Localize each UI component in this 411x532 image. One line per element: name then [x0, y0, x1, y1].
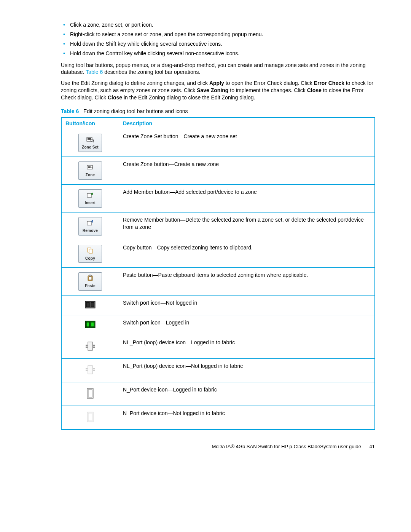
bullet-item: Click a zone, zone set, or port icon.: [61, 21, 375, 29]
close-label: Close: [108, 94, 122, 101]
paste-icon: [79, 274, 102, 282]
table-row: Zone Create Zone button—Create a new zon…: [61, 157, 375, 184]
desc-cell: Create Zone button—Create a new zone: [119, 157, 375, 184]
zone-set-button[interactable]: Zone Set: [78, 134, 102, 152]
table-row: Paste Paste button—Paste clipboard items…: [61, 268, 375, 296]
table-row: N_Port device icon—Not logged in to fabr…: [61, 406, 375, 429]
copy-icon: [79, 247, 102, 254]
bullet-list: Click a zone, zone set, or port icon. Ri…: [61, 21, 375, 57]
bullet-item: Right-click to select a zone set or zone…: [61, 31, 375, 38]
remove-button[interactable]: Remove: [78, 217, 102, 235]
svg-rect-27: [93, 347, 95, 348]
table-row: NL_Port (loop) device icon—Logged in to …: [61, 335, 375, 359]
col-description: Description: [119, 118, 375, 129]
svg-rect-15: [89, 275, 91, 276]
svg-rect-6: [88, 166, 91, 167]
table-title: Edit zoning dialog tool bar buttons and …: [83, 108, 188, 114]
svg-rect-7: [88, 167, 91, 168]
svg-rect-16: [89, 277, 92, 280]
paste-button[interactable]: Paste: [78, 272, 102, 291]
svg-rect-21: [86, 322, 89, 327]
svg-rect-19: [91, 302, 94, 307]
table-row: Zone Set Create Zone Set button—Create a…: [61, 129, 375, 157]
desc-cell: Copy button—Copy selected zoning items t…: [119, 240, 375, 268]
svg-rect-22: [91, 322, 94, 327]
desc-cell: Switch port icon—Logged in: [119, 315, 375, 335]
col-button-icon: Button/Icon: [61, 118, 119, 129]
table-row: NL_Port (loop) device icon—Not logged in…: [61, 359, 375, 382]
zone-button[interactable]: Zone: [78, 161, 102, 180]
btn-label: Remove: [83, 228, 98, 233]
text: Use the Edit Zoning dialog to define zon…: [61, 80, 209, 86]
desc-cell: Switch port icon—Not logged in: [119, 296, 375, 315]
footer-doc-title: McDATA® 4Gb SAN Switch for HP p-Class Bl…: [212, 444, 361, 449]
desc-cell: Paste button—Paste clipboard items to se…: [119, 268, 375, 296]
desc-cell: N_Port device icon—Not logged in to fabr…: [119, 406, 375, 429]
svg-rect-25: [86, 347, 88, 348]
text: to open the Error Check dialog. Click: [224, 80, 314, 86]
table-header-row: Button/Icon Description: [61, 118, 375, 129]
svg-rect-26: [93, 345, 95, 346]
insert-button[interactable]: Insert: [78, 189, 102, 208]
close-label: Close: [307, 87, 322, 93]
save-zoning-label: Save Zoning: [197, 87, 228, 93]
page-footer: McDATA® 4Gb SAN Switch for HP p-Class Bl…: [61, 444, 375, 449]
remove-icon: [79, 219, 102, 227]
text: in the Edit Zoning dialog to close the E…: [122, 94, 255, 101]
desc-cell: Create Zone Set button—Create a new zone…: [119, 129, 375, 157]
table-row: Insert Add Member button—Add selected po…: [61, 184, 375, 212]
text: describes the zoning tool bar operations…: [103, 69, 200, 75]
table-row: N_Port device icon—Logged in to fabric: [61, 382, 375, 406]
table-row: Copy Copy button—Copy selected zoning it…: [61, 240, 375, 268]
desc-cell: Remove Member button—Delete the selected…: [119, 212, 375, 240]
paragraph-toolbar-intro: Using tool bar buttons, popup menus, or …: [61, 62, 375, 76]
zone-set-icon: [79, 136, 102, 143]
table-6-link[interactable]: Table 6: [86, 69, 103, 75]
svg-rect-18: [86, 302, 89, 307]
zoning-table: Button/Icon Description Zone: [61, 117, 375, 430]
nl-port-logged-icon: [84, 340, 96, 352]
n-port-logged-icon: [86, 388, 94, 399]
n-port-notlogged-icon: [86, 411, 94, 423]
footer-page-number: 41: [370, 444, 375, 449]
svg-rect-8: [91, 167, 93, 168]
svg-rect-34: [88, 390, 92, 397]
table-caption: Table 6 Edit zoning dialog tool bar butt…: [61, 108, 375, 114]
svg-rect-13: [89, 249, 92, 253]
svg-rect-29: [86, 368, 88, 369]
desc-cell: Add Member button—Add selected port/devi…: [119, 184, 375, 212]
zone-icon: [79, 163, 102, 171]
switch-port-notlogged-icon: [85, 301, 96, 308]
copy-button[interactable]: Copy: [78, 245, 102, 263]
bullet-item: Hold down the Control key while clicking…: [61, 50, 375, 57]
btn-label: Paste: [85, 284, 96, 288]
svg-rect-31: [93, 368, 95, 369]
bullet-item: Hold down the Shift key while clicking s…: [61, 40, 375, 48]
desc-cell: N_Port device icon—Logged in to fabric: [119, 382, 375, 406]
svg-rect-9: [87, 193, 92, 197]
error-check-label: Error Check: [314, 80, 344, 86]
svg-rect-24: [86, 345, 88, 346]
btn-label: Copy: [85, 256, 95, 260]
table-row: Remove Remove Member button—Delete the s…: [61, 212, 375, 240]
desc-cell: NL_Port (loop) device icon—Logged in to …: [119, 335, 375, 359]
table-row: Switch port icon—Logged in: [61, 315, 375, 335]
insert-icon: [79, 191, 102, 199]
svg-rect-32: [93, 370, 95, 371]
paragraph-edit-zoning: Use the Edit Zoning dialog to define zon…: [61, 80, 375, 101]
desc-cell: NL_Port (loop) device icon—Not logged in…: [119, 359, 375, 382]
apply-label: Apply: [209, 80, 224, 86]
text: to implement the changes. Click: [228, 87, 307, 93]
svg-rect-30: [86, 370, 88, 371]
page: Click a zone, zone set, or port icon. Ri…: [0, 0, 411, 461]
switch-port-logged-icon: [85, 321, 96, 328]
btn-label: Zone Set: [82, 145, 99, 149]
table-number: Table 6: [61, 108, 79, 114]
svg-rect-23: [88, 342, 92, 350]
btn-label: Zone: [86, 173, 95, 177]
svg-rect-28: [88, 366, 92, 374]
svg-line-4: [93, 142, 94, 142]
nl-port-notlogged-icon: [84, 364, 96, 375]
btn-label: Insert: [85, 201, 96, 205]
table-row: Switch port icon—Not logged in: [61, 296, 375, 315]
